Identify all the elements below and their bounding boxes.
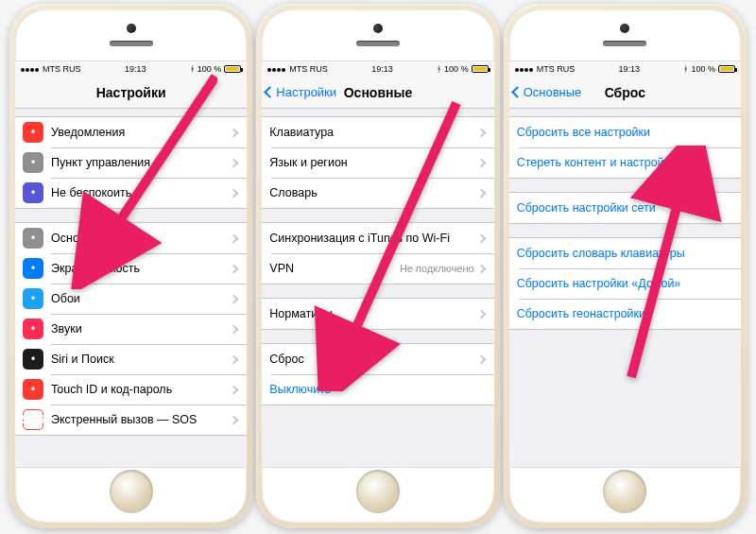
- battery-percent: 100 %: [691, 64, 715, 74]
- camera-lens: [127, 24, 136, 33]
- phone-top-hardware: [262, 9, 493, 60]
- row-label: Siri и Поиск: [51, 353, 231, 366]
- general-list[interactable]: КлавиатураЯзык и регионСловарь Синхрониз…: [262, 109, 493, 467]
- settings-row[interactable]: Сбросить все настройки: [509, 117, 741, 147]
- settings-row[interactable]: VPNНе подключено: [262, 253, 493, 284]
- chevron-right-icon: [476, 309, 486, 319]
- settings-row[interactable]: •Пункт управления: [15, 147, 247, 178]
- settings-row[interactable]: Сбросить словарь клавиатуры: [509, 238, 741, 268]
- signal-strength-icon: [515, 64, 534, 74]
- chevron-right-icon: [476, 128, 486, 137]
- home-button[interactable]: [356, 470, 400, 513]
- signal-strength-icon: [267, 64, 286, 74]
- row-label: Сбросить все настройки: [517, 126, 731, 139]
- settings-row[interactable]: Выключить: [262, 374, 493, 405]
- settings-list[interactable]: •Уведомления•Пункт управления•Не беспоко…: [15, 109, 247, 467]
- settings-row[interactable]: •Обои: [15, 284, 247, 314]
- reset-list[interactable]: Сбросить все настройкиСтереть контент и …: [509, 109, 741, 467]
- row-label: Touch ID и код-пароль: [51, 383, 231, 396]
- row-label: Выключить: [269, 383, 484, 396]
- siri-icon: •: [23, 349, 43, 370]
- row-label: Не беспокоить: [51, 186, 231, 199]
- display-icon: •: [23, 258, 43, 279]
- settings-row[interactable]: Словарь: [262, 178, 493, 208]
- signal-strength-icon: [21, 64, 40, 74]
- nav-bar: Настройки Основные: [262, 77, 493, 109]
- settings-row[interactable]: •Touch ID и код-пароль: [15, 374, 247, 405]
- chevron-right-icon: [230, 324, 239, 334]
- chevron-right-icon: [476, 233, 486, 243]
- nav-bar: Настройки: [15, 77, 247, 109]
- screen-settings: MTS RUS 19:13 ᚼ 100 % Настройки •Уведомл…: [15, 60, 247, 468]
- row-label: Клавиатура: [269, 126, 477, 139]
- phone-frame-1: MTS RUS 19:13 ᚼ 100 % Настройки •Уведомл…: [9, 4, 252, 528]
- battery-icon: [224, 65, 241, 73]
- clock-label: 19:13: [125, 64, 146, 74]
- speaker-grille: [356, 41, 400, 46]
- chevron-right-icon: [230, 233, 239, 243]
- settings-row[interactable]: Сбросить настройки сети: [509, 193, 741, 223]
- settings-row[interactable]: Нормативы: [262, 299, 493, 329]
- do-not-disturb-icon: •: [23, 182, 43, 203]
- status-bar: MTS RUS 19:13 ᚼ100 %: [262, 61, 493, 77]
- chevron-left-icon: [511, 86, 524, 98]
- settings-row[interactable]: •Не беспокоить: [15, 178, 247, 208]
- sos-icon: SOS: [23, 409, 43, 430]
- screen-reset: MTS RUS 19:13 ᚼ100 % Основные Сброс Сбро…: [509, 60, 741, 468]
- chevron-right-icon: [476, 264, 486, 273]
- row-detail: Не подключено: [400, 263, 474, 274]
- chevron-right-icon: [230, 415, 239, 424]
- settings-row[interactable]: Сбросить настройки «Домой»: [509, 268, 741, 299]
- row-label: Синхронизация с iTunes по Wi-Fi: [269, 232, 477, 245]
- back-button[interactable]: Основные: [513, 77, 582, 108]
- settings-row[interactable]: •Основные: [15, 223, 247, 253]
- settings-row[interactable]: Клавиатура: [262, 117, 493, 147]
- row-label: Язык и регион: [269, 156, 477, 169]
- phone-top-hardware: [15, 9, 247, 60]
- carrier-label: MTS RUS: [43, 64, 81, 74]
- back-label: Настройки: [276, 85, 336, 99]
- control-center-icon: •: [23, 152, 43, 173]
- row-label: Сбросить настройки сети: [517, 201, 731, 215]
- chevron-left-icon: [264, 86, 276, 98]
- row-label: Сброс: [269, 353, 477, 366]
- sounds-icon: •: [23, 319, 43, 339]
- settings-row[interactable]: •Siri и Поиск: [15, 344, 247, 374]
- home-button[interactable]: [110, 470, 153, 513]
- chevron-right-icon: [476, 158, 486, 167]
- row-label: Экстренный вызов — SOS: [51, 413, 231, 426]
- row-label: Пункт управления: [51, 156, 231, 169]
- back-button[interactable]: Настройки: [266, 77, 336, 108]
- carrier-label: MTS RUS: [537, 64, 576, 74]
- battery-percent: 100 %: [444, 64, 469, 74]
- settings-row[interactable]: •Уведомления: [15, 117, 247, 147]
- page-title: Настройки: [96, 85, 166, 100]
- settings-row[interactable]: Сбросить геонастройки: [509, 299, 741, 329]
- clock-label: 19:13: [619, 64, 641, 74]
- settings-row[interactable]: Сброс: [262, 344, 493, 374]
- row-label: Звуки: [51, 322, 231, 336]
- camera-lens: [620, 24, 629, 33]
- home-button[interactable]: [603, 470, 646, 513]
- chevron-right-icon: [230, 264, 239, 273]
- battery-icon: [718, 65, 735, 73]
- carrier-label: MTS RUS: [289, 64, 328, 74]
- settings-row[interactable]: •Экран и яркость: [15, 253, 247, 284]
- row-label: Стереть контент и настройки: [517, 156, 731, 169]
- settings-row[interactable]: Язык и регион: [262, 147, 493, 178]
- camera-lens: [373, 24, 383, 33]
- speaker-grille: [110, 41, 153, 46]
- wallpaper-icon: •: [23, 288, 43, 309]
- notification-icon: •: [23, 122, 43, 143]
- general-icon: •: [23, 228, 43, 249]
- phone-frame-2: MTS RUS 19:13 ᚼ100 % Настройки Основные …: [256, 4, 499, 528]
- settings-row[interactable]: •Звуки: [15, 314, 247, 344]
- status-bar: MTS RUS 19:13 ᚼ100 %: [509, 61, 741, 77]
- chevron-right-icon: [230, 294, 239, 303]
- settings-row[interactable]: Стереть контент и настройки: [509, 147, 741, 178]
- touchid-icon: •: [23, 379, 43, 400]
- settings-row[interactable]: SOSЭкстренный вызов — SOS: [15, 405, 247, 435]
- screen-general: MTS RUS 19:13 ᚼ100 % Настройки Основные …: [262, 60, 493, 468]
- bluetooth-icon: ᚼ: [437, 64, 441, 74]
- settings-row[interactable]: Синхронизация с iTunes по Wi-Fi: [262, 223, 493, 253]
